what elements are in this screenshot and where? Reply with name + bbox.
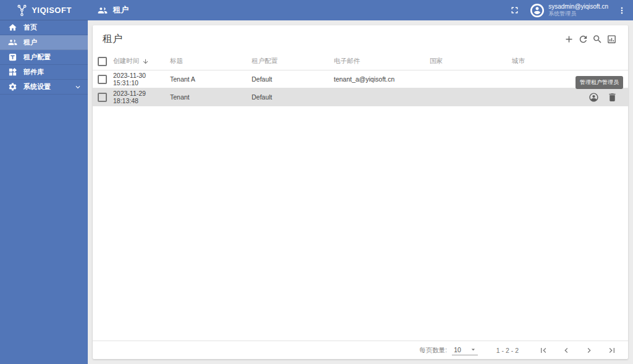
chevron-down-icon <box>74 83 82 91</box>
row-checkbox[interactable] <box>98 93 107 102</box>
first-page-button[interactable] <box>538 345 548 355</box>
manage-admin-icon <box>588 92 599 103</box>
caret-down-icon <box>469 345 477 353</box>
column-header-country[interactable]: 国家 <box>430 57 512 66</box>
sidebar-item-label: 租户配置 <box>23 53 51 62</box>
sidebar-item-system-settings[interactable]: 系统设置 <box>0 80 88 95</box>
topbar-breadcrumb: 租户 <box>98 5 129 15</box>
home-icon <box>8 23 17 32</box>
table-empty-space <box>93 106 628 341</box>
people-icon <box>8 38 17 47</box>
page-range-text: 1 - 2 - 2 <box>496 347 519 354</box>
cell-created: 2023-11-30 15:31:10 <box>113 72 170 87</box>
page-title: 租户 <box>103 33 122 46</box>
sidebar: YIQISOFT 首页 租户 租户配置 部件库 <box>0 0 88 364</box>
cell-email: tenant_a@yiqisoft.cn <box>334 75 430 83</box>
sidebar-item-tenant-config[interactable]: 租户配置 <box>0 50 88 65</box>
sidebar-nav: 首页 租户 租户配置 部件库 系统设置 <box>0 20 88 95</box>
select-all-checkbox[interactable] <box>98 57 107 66</box>
sidebar-item-label: 租户 <box>23 38 37 47</box>
column-header-label: 城市 <box>512 57 525 66</box>
cell-config: Default <box>252 93 334 101</box>
add-icon <box>564 34 574 44</box>
topbar: 租户 sysadmin@yiqisoft.cn 系统管理员 <box>88 0 633 20</box>
user-email: sysadmin@yiqisoft.cn <box>548 3 608 11</box>
people-icon <box>98 6 108 15</box>
dots-vertical-icon <box>617 6 627 15</box>
sidebar-item-tenants[interactable]: 租户 <box>0 35 88 50</box>
overflow-menu-button[interactable] <box>617 6 627 15</box>
column-header-label: 标题 <box>170 57 183 66</box>
tenant-config-icon <box>8 53 17 62</box>
row-actions <box>588 92 623 103</box>
user-info: sysadmin@yiqisoft.cn 系统管理员 <box>548 3 608 18</box>
fullscreen-icon <box>509 5 520 15</box>
column-chart-button[interactable] <box>606 34 617 44</box>
delete-icon <box>607 92 618 103</box>
table-header-row: 创建时间 标题 租户配置 电子邮件 国家 城市 <box>93 53 628 70</box>
tenant-list-card: 租户 创建时间 <box>93 25 628 359</box>
sidebar-item-label: 部件库 <box>23 67 44 77</box>
sidebar-item-label: 系统设置 <box>23 82 51 91</box>
table-footer: 每页数量: 10 1 - 2 - 2 <box>93 341 628 359</box>
chart-box-icon <box>606 34 617 44</box>
brand-logo: YIQISOFT <box>0 0 88 20</box>
main-content: 租户 创建时间 <box>88 20 633 364</box>
header-checkbox-cell <box>98 57 113 66</box>
column-header-label: 租户配置 <box>252 57 278 66</box>
sidebar-item-home[interactable]: 首页 <box>0 20 88 35</box>
search-icon <box>592 34 603 44</box>
yiqisoft-logo-icon <box>16 4 28 16</box>
avatar[interactable] <box>530 4 544 17</box>
last-page-button[interactable] <box>607 345 617 355</box>
per-page-value: 10 <box>454 346 461 353</box>
chevron-left-icon <box>561 345 571 355</box>
row-checkbox[interactable] <box>98 75 107 84</box>
cell-title: Tenant <box>170 93 252 101</box>
user-role: 系统管理员 <box>548 11 608 17</box>
action-tooltip: 管理租户管理员 <box>576 76 623 89</box>
topbar-actions: sysadmin@yiqisoft.cn 系统管理员 <box>509 3 627 18</box>
card-header: 租户 <box>93 25 628 53</box>
sort-desc-icon <box>142 58 149 65</box>
refresh-button[interactable] <box>578 34 588 44</box>
topbar-title: 租户 <box>113 5 129 15</box>
cell-title: Tenant A <box>170 75 252 83</box>
column-header-city[interactable]: 城市 <box>512 57 623 66</box>
delete-button[interactable] <box>607 92 618 103</box>
column-header-label: 电子邮件 <box>334 57 360 66</box>
brand-name: YIQISOFT <box>32 6 72 15</box>
add-button[interactable] <box>564 34 574 44</box>
last-page-icon <box>607 345 617 355</box>
column-header-config[interactable]: 租户配置 <box>252 57 334 66</box>
first-page-icon <box>538 345 548 355</box>
column-header-created[interactable]: 创建时间 <box>113 57 170 66</box>
table-toolbar <box>564 34 617 44</box>
per-page-select[interactable]: 10 <box>452 345 478 355</box>
sidebar-item-widgets[interactable]: 部件库 <box>0 65 88 80</box>
per-page-label: 每页数量: <box>419 346 447 355</box>
search-button[interactable] <box>592 34 603 44</box>
table-row[interactable]: 2023-11-30 15:31:10 Tenant A Default ten… <box>93 70 628 88</box>
account-circle-icon <box>531 4 543 17</box>
widgets-icon <box>8 67 17 77</box>
column-header-email[interactable]: 电子邮件 <box>334 57 430 66</box>
column-header-label: 国家 <box>430 57 443 66</box>
next-page-button[interactable] <box>584 345 594 355</box>
prev-page-button[interactable] <box>561 345 571 355</box>
column-header-title[interactable]: 标题 <box>170 57 252 66</box>
cell-config: Default <box>252 75 334 83</box>
column-header-label: 创建时间 <box>113 57 139 66</box>
refresh-icon <box>578 34 588 44</box>
fullscreen-button[interactable] <box>509 5 520 15</box>
pager <box>538 345 617 355</box>
manage-admin-button[interactable] <box>588 92 599 103</box>
cell-created: 2023-11-29 18:13:48 <box>113 90 170 104</box>
chevron-right-icon <box>584 345 594 355</box>
gear-icon <box>8 82 17 91</box>
sidebar-item-label: 首页 <box>23 23 37 32</box>
table-row[interactable]: 2023-11-29 18:13:48 Tenant Default <box>93 88 628 106</box>
